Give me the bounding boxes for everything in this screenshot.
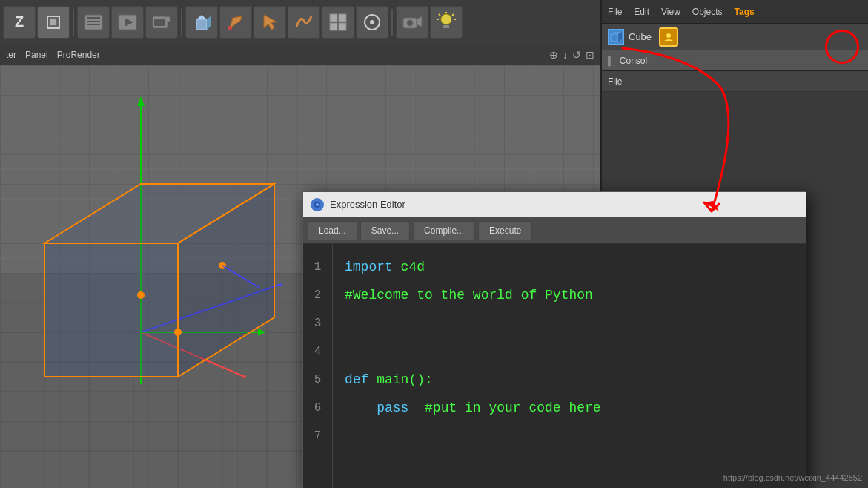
watermark: https://blog.csdn.net/weixin_44442852 [723,473,862,482]
toolbar-separator-3 [391,9,393,36]
code-content[interactable]: import c4d #Welcome to the world of Pyth… [333,244,806,488]
light-button[interactable] [430,6,463,39]
right-menu-bar: File Edit View Objects Tags [602,0,868,24]
svg-rect-18 [339,23,346,30]
svg-marker-73 [44,243,178,377]
line-num-7: 7 [303,422,332,450]
expression-editor-titlebar: Expression Editor [303,192,806,217]
code-line-6: pass #put in your code here [345,394,794,422]
object-name: Cube [629,31,652,42]
line-num-6: 6 [303,394,332,422]
svg-line-28 [452,14,454,16]
keyword-import: import [345,260,393,274]
svg-point-83 [666,33,671,38]
null-button[interactable] [356,6,388,39]
object-row: Cube [602,24,868,50]
line-num-4: 4 [303,337,332,366]
toolbar-separator-2 [181,9,182,36]
code-put-comment: #put in your code here [408,400,600,415]
line-numbers: 1 2 3 4 5 6 7 [303,244,333,488]
code-line-5: def main(): [345,366,794,394]
expression-editor-dialog: Expression Editor Load... Save... Compil… [302,191,806,488]
draw-button[interactable] [219,6,252,39]
timeline-button[interactable] [77,6,110,39]
camera-button[interactable] [396,6,428,39]
save-button[interactable]: Save... [360,221,410,240]
expression-editor-icon [311,198,324,211]
line-num-3: 3 [303,309,332,337]
menu-tags[interactable]: Tags [735,7,755,17]
line-num-1: 1 [303,253,332,281]
viewport-nav-icons: ⊕ ↓ ↺ ⊡ [549,49,594,61]
svg-point-76 [137,291,145,299]
code-line-3 [345,309,794,337]
console-header: ▌ Consol [602,50,868,71]
menu-file[interactable]: File [608,7,622,17]
svg-point-9 [165,16,170,22]
rotate-icon[interactable]: ↺ [572,49,581,61]
toolbar-separator-1 [73,9,74,36]
code-editor-area[interactable]: 1 2 3 4 5 6 7 import c4d #Welcome to the… [303,244,806,488]
code-main: main(): [368,372,432,387]
svg-point-20 [370,20,374,24]
svg-point-24 [441,14,451,24]
line-num-5: 5 [303,366,332,394]
svg-rect-25 [443,25,449,28]
svg-rect-1 [50,19,56,25]
menu-objects[interactable]: Objects [692,7,723,17]
console-label: Consol [620,56,647,66]
svg-rect-80 [611,34,618,42]
menu-edit[interactable]: Edit [634,7,649,17]
code-line-2: #Welcome to the world of Python [345,281,794,309]
svg-point-23 [407,20,413,26]
load-button[interactable]: Load... [308,221,357,240]
code-line-7 [345,422,794,450]
svg-marker-12 [196,15,207,19]
code-c4d: c4d [393,260,425,274]
svg-point-14 [228,26,232,30]
spline-button[interactable] [288,6,320,39]
move-icon[interactable]: ⊕ [549,49,558,61]
svg-rect-10 [154,19,165,26]
menu-prorender[interactable]: ProRender [57,50,100,60]
svg-rect-11 [196,19,207,30]
python-tag-icon[interactable] [659,27,678,47]
svg-marker-13 [207,16,211,30]
execute-button[interactable]: Execute [478,221,532,240]
code-line-1: import c4d [345,253,794,281]
code-line-4 [345,337,794,366]
keyword-def: def [345,372,368,387]
expression-editor-title: Expression Editor [330,199,405,210]
svg-rect-5 [87,24,100,25]
selection-button[interactable] [254,6,286,39]
code-comment-line: #Welcome to the world of Python [345,288,593,303]
compile-button[interactable]: Compile... [413,221,475,240]
undo-button[interactable]: Z [3,6,36,39]
menu-panel[interactable]: Panel [25,50,48,60]
menu-view[interactable]: View [661,7,680,17]
render-button[interactable] [145,6,178,39]
svg-line-27 [439,14,440,16]
fit-icon[interactable]: ⊡ [586,49,594,61]
svg-point-78 [174,329,182,336]
svg-rect-17 [330,23,337,30]
file-label-row: File [602,71,868,92]
expression-editor-toolbar: Load... Save... Compile... Execute [303,217,806,244]
file-label: File [608,76,622,87]
animation-button[interactable] [111,6,144,39]
object-mode-button[interactable] [37,6,70,39]
svg-rect-16 [339,14,346,22]
left-menubar: ter Panel ProRender ⊕ ↓ ↺ ⊡ [0,44,600,65]
svg-rect-15 [330,14,337,22]
primitive-button[interactable] [185,6,218,39]
cube-object-icon [608,29,624,45]
svg-point-86 [316,203,319,206]
svg-rect-4 [87,21,100,22]
code-indent: pass [345,400,408,415]
svg-rect-3 [87,17,100,19]
menu-ter[interactable]: ter [6,50,16,60]
line-num-2: 2 [303,281,332,309]
svg-marker-22 [417,16,422,27]
deform-button[interactable] [322,6,354,39]
down-icon[interactable]: ↓ [563,49,568,61]
